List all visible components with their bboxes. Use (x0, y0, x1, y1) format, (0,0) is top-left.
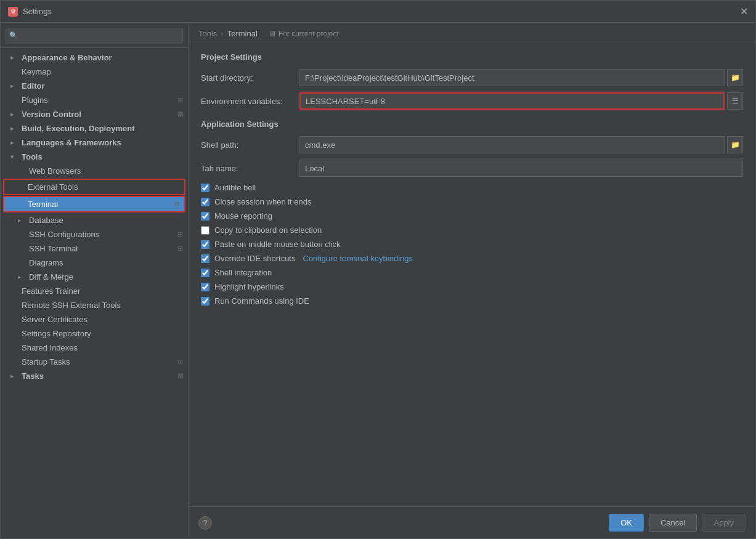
env-variables-browse-button[interactable]: ☰ (727, 92, 743, 110)
main-panel: Tools › Terminal 🖥 For current project P… (189, 23, 755, 538)
env-variables-label: Environment variables: (201, 97, 299, 106)
ok-button[interactable]: OK (609, 514, 644, 532)
sidebar-item-label: Remote SSH External Tools (22, 301, 121, 310)
sidebar-item-shared-indexes[interactable]: Shared Indexes (1, 341, 188, 355)
env-variables-input[interactable] (299, 92, 725, 110)
start-directory-label: Start directory: (201, 73, 299, 83)
sidebar-item-label: Terminal (28, 200, 58, 209)
title-bar: ⚙ Settings ✕ (1, 1, 755, 23)
sidebar-item-terminal[interactable]: Terminal ⊞ (3, 196, 185, 213)
sidebar-item-external-tools[interactable]: External Tools (3, 179, 185, 195)
start-directory-row: Start directory: 📁 (201, 69, 743, 86)
checkbox-label-mouse_reporting: Mouse reporting (214, 211, 272, 221)
shell-path-label: Shell path: (201, 140, 299, 150)
checkbox-label-copy_clipboard: Copy to clipboard on selection (214, 225, 322, 235)
checkbox-label-run_commands: Run Commands using IDE (214, 296, 309, 306)
sidebar-item-label: Tasks (22, 371, 44, 381)
sidebar-item-label: Tools (22, 152, 43, 161)
configure-keybindings-link[interactable]: Configure terminal keybindings (303, 254, 413, 263)
sidebar-item-diff-merge[interactable]: ▸ Diff & Merge (1, 270, 188, 284)
sidebar-item-ssh-terminal[interactable]: SSH Terminal ⊞ (1, 241, 188, 256)
arrow-icon: ▸ (10, 125, 18, 132)
checkbox-audible_bell[interactable] (201, 184, 209, 192)
checkbox-row-paste_middle: Paste on middle mouse button click (201, 240, 743, 249)
sidebar-item-tasks[interactable]: ▸ Tasks ⊞ (1, 369, 188, 383)
settings-icon: ⊞ (177, 96, 183, 104)
checkbox-highlight_hyperlinks[interactable] (201, 283, 209, 291)
sidebar-item-label: Shared Indexes (22, 343, 78, 352)
apply-button[interactable]: Apply (702, 514, 746, 532)
arrow-icon: ▾ (10, 153, 18, 160)
shell-path-browse-button[interactable]: 📁 (727, 136, 743, 153)
checkbox-copy_clipboard[interactable] (201, 226, 209, 235)
sidebar-item-startup-tasks[interactable]: Startup Tasks ⊞ (1, 355, 188, 369)
settings-dialog: ⚙ Settings ✕ 🔍 ▸ Appearance & Behavior (0, 0, 756, 539)
sidebar-item-plugins[interactable]: Plugins ⊞ (1, 93, 188, 107)
sidebar: 🔍 ▸ Appearance & Behavior Keymap ▸ (1, 23, 189, 538)
close-button[interactable]: ✕ (740, 7, 748, 17)
checkbox-row-audible_bell: Audible bell (201, 183, 743, 192)
start-directory-browse-button[interactable]: 📁 (727, 69, 743, 86)
bottom-bar: ? OK Cancel Apply (189, 506, 755, 538)
checkbox-mouse_reporting[interactable] (201, 212, 209, 221)
cancel-button[interactable]: Cancel (649, 514, 697, 532)
sidebar-item-label: Server Certificates (22, 315, 87, 324)
sidebar-item-database[interactable]: ▸ Database (1, 213, 188, 227)
sidebar-item-settings-repo[interactable]: Settings Repository (1, 326, 188, 341)
arrow-icon: ▸ (10, 111, 18, 118)
arrow-icon: ▸ (10, 54, 18, 61)
checkbox-shell_integration[interactable] (201, 269, 209, 277)
sidebar-item-web-browsers[interactable]: Web Browsers (1, 164, 188, 178)
app-icon: ⚙ (8, 7, 18, 17)
sidebar-item-label: Database (29, 216, 63, 225)
sidebar-item-label: Settings Repository (22, 329, 91, 338)
checkbox-row-copy_clipboard: Copy to clipboard on selection (201, 225, 743, 235)
sidebar-item-appearance[interactable]: ▸ Appearance & Behavior (1, 51, 188, 65)
bottom-right: OK Cancel Apply (609, 514, 746, 532)
sidebar-item-keymap[interactable]: Keymap (1, 65, 188, 79)
checkboxes-container: Audible bellClose session when it endsMo… (201, 183, 743, 306)
sidebar-item-remote-ssh[interactable]: Remote SSH External Tools (1, 298, 188, 312)
sidebar-item-label: SSH Configurations (29, 230, 99, 239)
sidebar-item-label: Features Trainer (22, 286, 80, 296)
checkbox-row-mouse_reporting: Mouse reporting (201, 211, 743, 221)
shell-path-input-wrap: 📁 (299, 136, 743, 153)
checkbox-run_commands[interactable] (201, 297, 209, 306)
bottom-left: ? (198, 516, 212, 530)
sidebar-item-languages[interactable]: ▸ Languages & Frameworks (1, 136, 188, 150)
help-button[interactable]: ? (198, 516, 212, 530)
settings-icon: ⊞ (177, 372, 183, 380)
sidebar-item-label: Web Browsers (29, 166, 81, 176)
tab-name-label: Tab name: (201, 164, 299, 173)
breadcrumb-separator: › (221, 29, 223, 38)
checkbox-row-run_commands: Run Commands using IDE (201, 296, 743, 306)
sidebar-item-editor[interactable]: ▸ Editor (1, 79, 188, 93)
checkbox-override_ide[interactable] (201, 254, 209, 263)
settings-icon: ⊞ (177, 358, 183, 366)
sidebar-item-tools[interactable]: ▾ Tools (1, 150, 188, 164)
search-input[interactable] (6, 28, 183, 43)
sidebar-item-vcs[interactable]: ▸ Version Control ⊞ (1, 107, 188, 121)
checkbox-label-audible_bell: Audible bell (214, 183, 256, 192)
start-directory-input[interactable] (299, 69, 725, 86)
checkbox-label-paste_middle: Paste on middle mouse button click (214, 240, 341, 249)
sidebar-item-build[interactable]: ▸ Build, Execution, Deployment (1, 121, 188, 136)
env-variables-input-wrap: ☰ (299, 92, 743, 110)
tab-name-input-wrap (299, 160, 743, 177)
breadcrumb-current: Terminal (227, 29, 258, 38)
arrow-icon: ▸ (10, 83, 18, 89)
sidebar-item-label: Startup Tasks (22, 357, 70, 367)
shell-path-label-text: Shell path: (201, 140, 238, 150)
sidebar-item-server-certs[interactable]: Server Certificates (1, 312, 188, 326)
sidebar-item-features-trainer[interactable]: Features Trainer (1, 284, 188, 298)
arrow-icon: ▸ (10, 139, 18, 146)
start-directory-input-wrap: 📁 (299, 69, 743, 86)
checkbox-close_session[interactable] (201, 198, 209, 206)
checkbox-paste_middle[interactable] (201, 240, 209, 249)
sidebar-item-diagrams[interactable]: Diagrams (1, 256, 188, 270)
checkbox-row-highlight_hyperlinks: Highlight hyperlinks (201, 282, 743, 291)
sidebar-item-ssh-config[interactable]: SSH Configurations ⊞ (1, 227, 188, 241)
checkbox-row-override_ide: Override IDE shortcutsConfigure terminal… (201, 254, 743, 263)
tab-name-input[interactable] (299, 160, 743, 177)
shell-path-input[interactable] (299, 136, 725, 153)
